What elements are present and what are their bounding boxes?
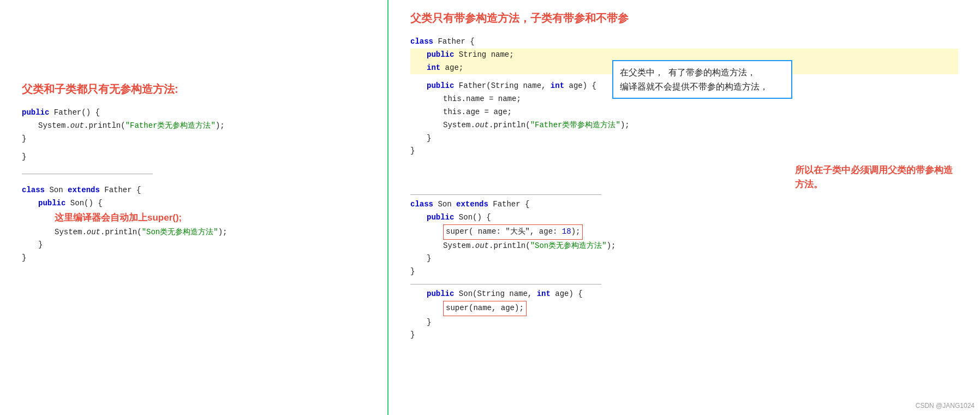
red-annotation-mid: 所以在子类中必须调用父类的带参构造方法。 [795,163,953,191]
super-arg-highlight: super(name, age); [443,301,527,316]
compiler-annotation: 这里编译器会自动加上super(); [55,212,182,223]
divider-right-2 [410,284,601,284]
system-out: System.out.println("Father类无参构造方法"); [38,121,225,130]
divider-left [22,174,153,174]
watermark: CSDN @JANG1024 [916,402,975,410]
father-code-block: public Father() { System.out.println("Fa… [22,106,366,145]
son-code-block: class Son extends Father { public Son() … [22,184,366,265]
right-panel: 父类只有带参构造方法，子类有带参和不带参 class Father { publ… [387,0,980,415]
right-title: 父类只有带参构造方法，子类有带参和不带参 [410,11,958,26]
left-panel: 父类和子类都只有无参构造方法: public Father() { System… [0,0,387,415]
divider-right [410,194,601,195]
keyword-public: public [22,108,49,117]
right-son-code: class Son extends Father { public Son() … [410,198,958,278]
blue-annotation-box: 在父类中， 有了带参的构造方法，编译器就不会提供不带参的构造方法， [612,60,792,99]
right-son-param-constructor: public Son(String name, int age) { super… [410,288,958,342]
left-title: 父类和子类都只有无参构造方法: [22,82,366,97]
right-code-area: class Father { public String name; int a… [410,35,958,158]
super-no-arg-highlight: super( name: "大头", age: 18); [443,224,583,240]
